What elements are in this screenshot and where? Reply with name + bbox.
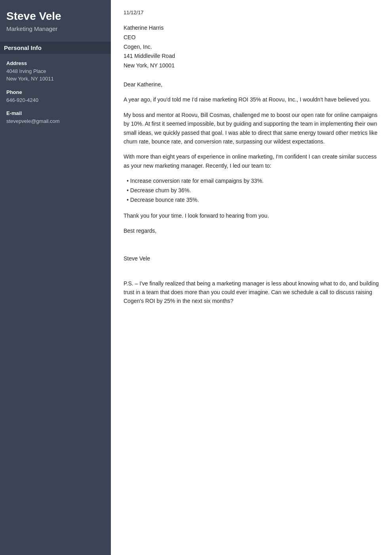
- closing: Best regards,: [124, 226, 379, 235]
- ps-block: P.S. – I've finally realized that being …: [124, 279, 379, 306]
- recipient-address2: New York, NY 10001: [124, 61, 379, 71]
- sender-name: Steve Vele: [124, 254, 379, 263]
- phone-block: Phone 646-920-4240: [6, 89, 105, 104]
- recipient-title: CEO: [124, 33, 379, 42]
- phone-value: 646-920-4240: [6, 96, 105, 104]
- recipient-name: Katherine Harris: [124, 23, 379, 33]
- personal-info-header: Personal Info: [0, 42, 111, 54]
- paragraph2: My boss and mentor at Roovu, Bill Cosmas…: [124, 111, 379, 146]
- applicant-job-title: Marketing Manager: [6, 25, 105, 32]
- paragraph3: With more than eight years of experience…: [124, 152, 379, 170]
- ps-text: P.S. – I've finally realized that being …: [124, 279, 379, 306]
- address-line1: 4048 Irving Place: [6, 67, 105, 75]
- bullet3: Decrease bounce rate 35%.: [127, 195, 379, 205]
- achievements-list: Increase conversion rate for email campa…: [127, 176, 379, 205]
- letter-date: 11/12/17: [124, 10, 379, 15]
- bullet2: Decrease churn by 36%.: [127, 186, 379, 195]
- applicant-name: Steve Vele: [6, 10, 105, 23]
- recipient-company: Cogen, Inc.: [124, 42, 379, 52]
- paragraph4: Thank you for your time. I look forward …: [124, 211, 379, 220]
- sidebar: Steve Vele Marketing Manager Personal In…: [0, 0, 111, 555]
- letter-body: Dear Katherine, A year ago, if you'd tol…: [124, 80, 379, 306]
- address-block: Address 4048 Irving Place New York, NY 1…: [6, 60, 105, 83]
- recipient-block: Katherine Harris CEO Cogen, Inc. 141 Mid…: [124, 23, 379, 71]
- letter-content: 11/12/17 Katherine Harris CEO Cogen, Inc…: [111, 0, 392, 555]
- email-label: E-mail: [6, 110, 105, 116]
- address-label: Address: [6, 60, 105, 66]
- phone-label: Phone: [6, 89, 105, 95]
- paragraph1: A year ago, if you'd told me I'd raise m…: [124, 95, 379, 104]
- address-line2: New York, NY 10011: [6, 75, 105, 83]
- email-value: stevepvele@gmail.com: [6, 117, 105, 125]
- recipient-address1: 141 Middleville Road: [124, 52, 379, 61]
- bullet1: Increase conversion rate for email campa…: [127, 176, 379, 186]
- email-block: E-mail stevepvele@gmail.com: [6, 110, 105, 125]
- salutation: Dear Katherine,: [124, 80, 379, 89]
- signature-block: Best regards, Steve Vele: [124, 226, 379, 263]
